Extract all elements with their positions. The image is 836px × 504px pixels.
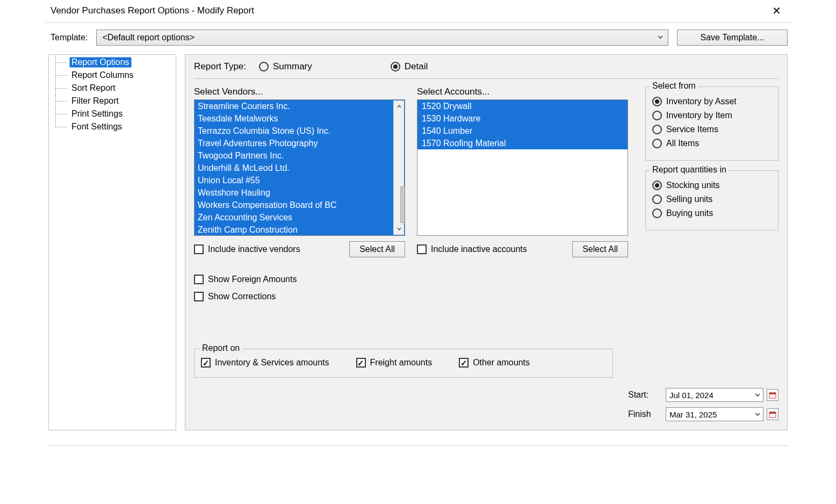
radio-summary[interactable]: Summary [259,61,312,72]
show-foreign-checkbox[interactable]: Show Foreign Amounts [194,275,405,284]
list-item[interactable]: Terrazzo Columbia Stone (US) Inc. [194,125,405,137]
radio-icon [652,111,662,120]
scroll-up-icon[interactable] [394,100,405,112]
radio-inventory-by-asset[interactable]: Inventory by Asset [652,97,772,106]
close-icon[interactable]: ✕ [768,4,785,17]
checkbox-icon [201,358,211,368]
list-item[interactable]: Streamline Couriers Inc. [194,100,405,112]
sidebar-item-font-settings[interactable]: Font Settings [51,120,174,133]
svg-rect-5 [769,412,776,414]
list-item[interactable]: Zenith Camp Construction [194,224,405,235]
start-date-label: Start: [628,390,662,400]
checkbox-icon [194,275,204,284]
radio-inventory-by-item[interactable]: Inventory by Item [652,111,772,120]
radio-icon [391,62,400,71]
include-inactive-accounts-checkbox[interactable]: Include inactive accounts [417,244,527,254]
list-item[interactable]: Twogood Partners Inc. [194,149,405,162]
sidebar: Report Options Report Columns Sort Repor… [48,54,176,430]
finish-date-input[interactable]: Mar 31, 2025 [666,407,763,421]
include-inactive-vendors-checkbox[interactable]: Include inactive vendors [194,244,300,254]
list-item[interactable]: Underhill & McLeod Ltd. [194,162,405,174]
window-title: Vendor Purchases Report Options - Modify… [51,5,768,16]
select-from-group: Select from Inventory by Asset Inventory… [645,87,779,161]
report-options-panel: Report Type: Summary Detail Select Vendo… [185,54,788,430]
radio-detail[interactable]: Detail [391,61,428,72]
template-dropdown[interactable]: <Default report options> [96,30,668,46]
list-item[interactable]: Teesdale Metalworks [194,112,405,125]
accounts-select-all-button[interactable]: Select All [572,241,628,257]
report-type-label: Report Type: [194,61,246,72]
list-item[interactable]: 1540 Lumber [417,125,628,137]
calendar-icon[interactable] [767,389,779,401]
save-template-button[interactable]: Save Template... [677,30,788,46]
scroll-down-icon[interactable] [394,223,405,235]
checkbox-icon [459,358,469,368]
sidebar-item-report-columns[interactable]: Report Columns [51,69,174,82]
calendar-icon[interactable] [767,408,779,420]
chevron-down-icon [754,410,761,419]
report-on-group: Report on Inventory & Services amounts F… [194,349,613,378]
sidebar-item-report-options[interactable]: Report Options [51,56,174,69]
sidebar-item-filter-report[interactable]: Filter Report [51,95,174,107]
list-item[interactable]: 1570 Roofing Material [417,137,628,149]
report-on-inventory-services[interactable]: Inventory & Services amounts [201,358,329,368]
chevron-down-icon [657,33,664,42]
radio-icon [652,208,662,218]
list-item[interactable]: Travel Adventures Photography [194,137,405,149]
radio-icon [259,62,269,71]
checkbox-icon [417,244,427,254]
svg-rect-1 [769,393,776,394]
radio-icon [652,139,662,148]
radio-icon [652,195,662,204]
template-label: Template: [48,33,88,42]
checkbox-icon [356,358,366,368]
list-item[interactable]: 1530 Hardware [417,112,628,125]
start-date-input[interactable]: Jul 01, 2024 [666,388,763,402]
radio-stocking-units[interactable]: Stocking units [652,181,772,190]
finish-date-label: Finish [628,409,662,419]
select-accounts-label: Select Accounts... [417,87,628,97]
list-item[interactable]: Westshore Hauling [194,186,405,199]
radio-all-items[interactable]: All Items [652,139,772,148]
report-on-other[interactable]: Other amounts [459,358,530,368]
list-item[interactable]: Union Local #55 [194,174,405,186]
checkbox-icon [194,244,204,254]
template-value: <Default report options> [102,33,194,42]
list-item[interactable]: Workers Compensation Board of BC [194,199,405,211]
sidebar-item-print-settings[interactable]: Print Settings [51,107,174,120]
show-corrections-checkbox[interactable]: Show Corrections [194,292,405,301]
report-on-freight[interactable]: Freight amounts [356,358,433,368]
vendors-listbox[interactable]: Streamline Couriers Inc. Teesdale Metalw… [194,99,405,236]
list-item[interactable]: 1520 Drywall [417,100,628,112]
radio-icon [652,181,662,190]
checkbox-icon [194,292,204,301]
accounts-listbox[interactable]: 1520 Drywall 1530 Hardware 1540 Lumber 1… [417,99,628,236]
scrollbar[interactable] [393,100,404,235]
radio-icon [652,97,662,106]
radio-selling-units[interactable]: Selling units [652,195,772,204]
vendors-select-all-button[interactable]: Select All [349,241,405,257]
select-vendors-label: Select Vendors... [194,87,405,97]
report-quantities-group: Report quantities in Stocking units Sell… [645,170,779,231]
chevron-down-icon [754,391,761,400]
list-item[interactable]: Zen Accounting Services [194,211,405,224]
sidebar-item-sort-report[interactable]: Sort Report [51,82,174,95]
radio-buying-units[interactable]: Buying units [652,208,772,218]
radio-service-items[interactable]: Service Items [652,125,772,134]
radio-icon [652,125,662,134]
